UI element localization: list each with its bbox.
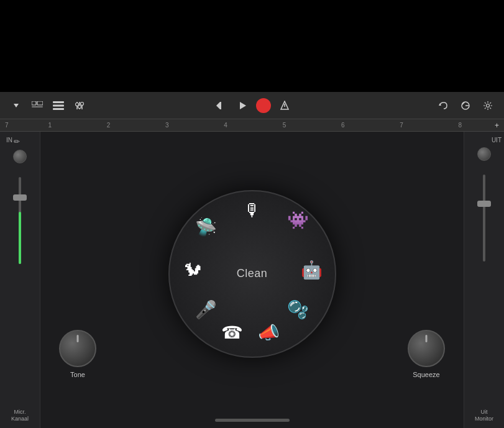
fader-level bbox=[19, 212, 21, 264]
tempo-button[interactable] bbox=[457, 97, 474, 114]
fader-thumb[interactable] bbox=[13, 194, 27, 201]
effect-robot[interactable]: 🤖 bbox=[301, 262, 323, 279]
svg-point-20 bbox=[487, 104, 490, 107]
circle-selector[interactable]: 🎙 🛸 👾 🐿 🤖 🎤 🫧 ☎ 📣 Clean bbox=[168, 190, 336, 358]
timeline-ruler: 7 1 2 3 4 5 6 7 8 + bbox=[0, 119, 504, 132]
svg-rect-14 bbox=[220, 102, 221, 109]
fader-container bbox=[0, 171, 40, 404]
undo-button[interactable] bbox=[434, 97, 452, 114]
mixer-button[interactable] bbox=[71, 97, 88, 114]
channel-label: Micr. Kanaal bbox=[11, 409, 29, 423]
circle-center-label: Clean bbox=[237, 267, 268, 280]
effect-megaphone[interactable]: 📣 bbox=[258, 324, 280, 342]
svg-rect-3 bbox=[32, 106, 43, 107]
in-label: IN bbox=[2, 137, 12, 143]
fader-track bbox=[19, 177, 21, 264]
add-track-button[interactable]: + bbox=[495, 121, 499, 130]
horizontal-scrollbar[interactable] bbox=[215, 419, 290, 422]
ruler-mark-4: 4 bbox=[224, 122, 227, 129]
ruler-mark-6: 6 bbox=[341, 122, 345, 129]
toolbar-right bbox=[434, 97, 497, 114]
squeeze-knob[interactable] bbox=[408, 330, 445, 367]
ruler-mark-5: 5 bbox=[283, 122, 286, 129]
tone-area: Tone bbox=[59, 330, 96, 378]
ruler-mark-7: 7 bbox=[400, 122, 403, 129]
svg-rect-5 bbox=[53, 104, 64, 106]
svg-rect-6 bbox=[53, 108, 64, 110]
top-bar bbox=[0, 0, 504, 92]
ruler-mark-8: 8 bbox=[458, 122, 462, 129]
svg-rect-4 bbox=[53, 101, 64, 103]
svg-point-11 bbox=[78, 105, 81, 108]
squeeze-label: Squeeze bbox=[413, 371, 439, 378]
tone-knob[interactable] bbox=[59, 330, 96, 367]
settings-button[interactable] bbox=[479, 97, 497, 114]
svg-marker-13 bbox=[216, 102, 220, 109]
center-area: Tone 🎙 🛸 👾 🐿 🤖 🎤 🫧 ☎ 📣 Clean bbox=[40, 132, 464, 428]
play-button[interactable] bbox=[234, 97, 251, 114]
main-content: IN ✏ Micr. Kanaal Tone 🎙 bbox=[0, 132, 504, 428]
squeeze-area: Squeeze bbox=[408, 330, 445, 378]
effect-squirrel[interactable]: 🐿 bbox=[184, 262, 201, 279]
left-channel-strip: IN ✏ Micr. Kanaal bbox=[0, 132, 40, 428]
list-view-button[interactable] bbox=[50, 97, 67, 114]
svg-marker-0 bbox=[14, 104, 19, 107]
svg-rect-2 bbox=[37, 101, 43, 105]
transport-controls bbox=[211, 97, 293, 114]
rewind-button[interactable] bbox=[211, 97, 229, 114]
ruler-mark-1: 1 bbox=[48, 122, 52, 129]
effect-bubbles[interactable]: 🫧 bbox=[287, 301, 309, 319]
ruler-mark-2: 2 bbox=[107, 122, 111, 129]
out-label: UIT bbox=[492, 137, 502, 143]
right-fader-thumb[interactable] bbox=[477, 201, 491, 207]
right-channel-strip: UIT Uit Monitor bbox=[464, 132, 504, 428]
input-knob[interactable] bbox=[13, 150, 27, 163]
ruler-marks: 1 2 3 4 5 6 7 8 bbox=[11, 122, 499, 129]
svg-point-10 bbox=[76, 102, 79, 106]
arrange-view-button[interactable] bbox=[29, 97, 46, 114]
svg-rect-1 bbox=[32, 101, 36, 105]
svg-point-12 bbox=[81, 102, 84, 105]
svg-marker-15 bbox=[240, 102, 246, 109]
effect-mic2[interactable]: 🎤 bbox=[195, 301, 217, 319]
tone-label: Tone bbox=[70, 371, 85, 378]
right-fader-container bbox=[464, 168, 504, 404]
record-button[interactable] bbox=[256, 98, 271, 113]
monitor-label: Uit Monitor bbox=[475, 409, 493, 423]
effect-monster[interactable]: 👾 bbox=[287, 212, 309, 229]
dropdown-button[interactable] bbox=[7, 97, 25, 114]
output-knob[interactable] bbox=[477, 147, 491, 161]
tune-button[interactable] bbox=[276, 97, 293, 114]
pencil-icon: ✏ bbox=[14, 137, 20, 146]
ruler-mark-3: 3 bbox=[165, 122, 169, 129]
right-fader-track bbox=[483, 175, 485, 262]
effect-alien[interactable]: 🛸 bbox=[195, 219, 217, 236]
effect-telephone[interactable]: ☎ bbox=[221, 324, 243, 342]
toolbar bbox=[0, 92, 504, 119]
effect-microphone[interactable]: 🎙 bbox=[244, 202, 261, 219]
